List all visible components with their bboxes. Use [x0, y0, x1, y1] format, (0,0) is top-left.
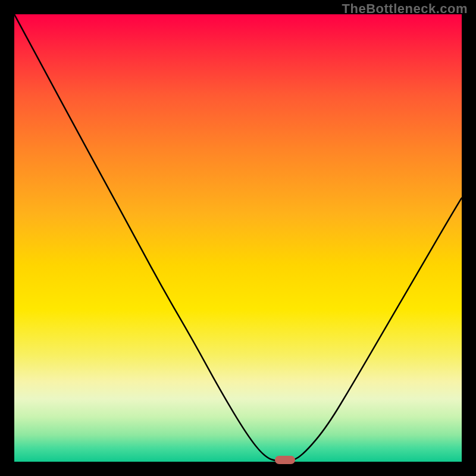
- optimal-point-marker: [275, 456, 295, 464]
- chart-frame: TheBottleneck.com: [0, 0, 476, 476]
- watermark-text: TheBottleneck.com: [342, 1, 468, 17]
- bottleneck-curve: [14, 14, 462, 462]
